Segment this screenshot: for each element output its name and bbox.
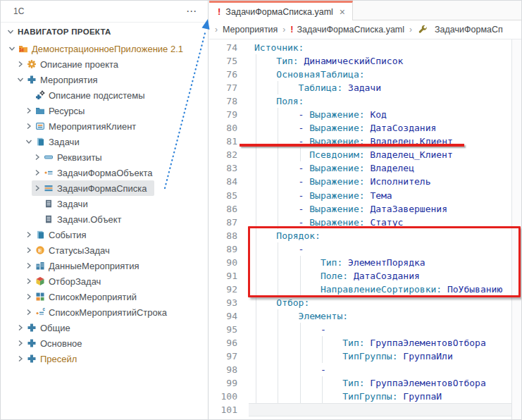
chevron-right-icon[interactable] [32, 152, 43, 162]
indent-guide [256, 135, 256, 148]
tree-item[interactable]: Общие [15, 320, 77, 335]
yaml-value: ДатаЗавершения [365, 204, 447, 214]
code-line[interactable]: 86 - Выражение: ДатаЗавершения [209, 202, 521, 216]
code-line[interactable]: 95 - [209, 323, 521, 336]
tree-item[interactable]: сСписокМероприятийСтрока [23, 304, 174, 320]
chevron-down-icon[interactable] [5, 27, 16, 37]
indent-guide [256, 189, 256, 202]
tree-item-label: Реквизиты [57, 152, 102, 163]
code-line[interactable]: 82 Псевдоним: Владелец_Клиент [209, 148, 521, 161]
code-line[interactable]: 101 [209, 403, 521, 416]
tree-item[interactable]: Мероприятия [15, 72, 105, 87]
project-tree: 1сДемонстрационноеПриложение 2.1Описание… [1, 41, 208, 366]
tree-item[interactable]: Описание проекта [15, 56, 125, 72]
line-number: 89 [209, 242, 249, 256]
breadcrumb-item[interactable]: !ЗадачиФормаСписка.yaml [290, 25, 404, 35]
code-line[interactable]: 78 Поля: [209, 94, 521, 108]
list-row-icon: с [35, 307, 46, 317]
tree-item[interactable]: Реквизиты [32, 149, 109, 165]
chevron-down-icon[interactable] [23, 137, 35, 147]
tree-item[interactable]: События [23, 227, 94, 242]
code-line[interactable]: 77 Таблица: Задачи [209, 81, 521, 94]
tree-item[interactable]: ЗадачиФормаСписка [32, 180, 154, 196]
tree-item[interactable]: Описание подсистемы [23, 87, 152, 103]
chevron-right-icon[interactable] [23, 230, 35, 240]
modified-icon: ! [290, 25, 293, 35]
chevron-right-icon[interactable] [15, 354, 26, 364]
code-line[interactable]: 83 - Выражение: Владелец [209, 161, 521, 175]
register-icon [35, 261, 46, 271]
code-line[interactable]: 98 - [209, 363, 521, 376]
overflow-menu-icon[interactable]: ⋯ [186, 8, 198, 15]
close-icon[interactable]: × [338, 6, 345, 18]
chevron-right-icon[interactable] [23, 245, 35, 255]
code-line[interactable]: 75 Тип: ДинамическийСписок [209, 54, 521, 68]
code-line[interactable]: 94 Элементы: [209, 309, 521, 323]
breadcrumb-item[interactable]: ЗадачиФормаСп [417, 25, 503, 35]
line-number: 83 [209, 161, 249, 175]
code-line[interactable]: 85 - Выражение: Тема [209, 189, 521, 202]
chevron-right-icon[interactable] [15, 323, 26, 333]
tree-item[interactable]: 1сДемонстрационноеПриложение 2.1 [6, 41, 190, 56]
annotation-underline [240, 144, 464, 147]
tree-item-label: Пресейл [40, 354, 77, 364]
catalog-icon [35, 137, 46, 147]
code-line[interactable]: 84 - Выражение: Исполнитель [209, 175, 521, 188]
yaml-value: ГруппаЭлементовОтбора [365, 378, 486, 388]
navigator-header[interactable]: НАВИГАТОР ПРОЕКТА [1, 23, 208, 41]
code-line[interactable]: 79 - Выражение: Код [209, 108, 521, 121]
line-number: 101 [209, 403, 249, 416]
tree-item[interactable]: Задачи [23, 134, 87, 149]
tree-item[interactable]: СписокМероприятий [23, 289, 144, 304]
chevron-down-icon[interactable] [15, 75, 26, 85]
tree-item[interactable]: ДанныеМероприятия [23, 258, 146, 273]
code-line[interactable]: 93 Отбор: [209, 296, 521, 309]
yaml-key: Выражение: [309, 123, 364, 133]
tree-item[interactable]: Пресейл [15, 351, 84, 366]
code-text: Тип: ГруппаЭлементовОтбора [249, 336, 521, 350]
tree-item[interactable]: ОтборЗадач [23, 273, 108, 289]
code-line[interactable]: 80 - Выражение: ДатаСоздания [209, 121, 521, 135]
code-line[interactable]: 100 ТипГруппы: ГруппаИ [209, 390, 521, 403]
tree-item-label: СписокМероприятийСтрока [49, 307, 167, 318]
chevron-down-icon[interactable] [6, 44, 18, 54]
tree-item[interactable]: Задачи.Объект [32, 211, 129, 227]
chevron-right-icon[interactable] [15, 338, 26, 348]
chevron-right-icon[interactable] [23, 121, 35, 131]
yaml-value: ДатаСоздания [365, 123, 437, 133]
yaml-dash: - [254, 163, 309, 173]
line-number: 77 [209, 81, 249, 94]
tree-item[interactable]: ЗадачиФормаОбъекта [32, 165, 160, 180]
code-line[interactable]: 76 ОсновнаяТаблица: [209, 68, 521, 81]
indent-guide [300, 323, 301, 336]
chevron-spacer [32, 199, 43, 209]
breadcrumb-item[interactable]: Мероприятия [223, 25, 278, 35]
chevron-right-icon[interactable] [23, 292, 35, 302]
indent-guide [300, 376, 301, 390]
form-list-icon [43, 183, 54, 193]
chevron-right-icon[interactable] [23, 276, 35, 286]
line-number: 74 [209, 41, 249, 54]
chevron-right-icon[interactable] [23, 307, 35, 317]
code-line[interactable]: 97 ТипГруппы: ГруппаИли [209, 350, 521, 363]
tree-item[interactable]: Ресурсы [23, 103, 92, 118]
chevron-right-icon[interactable] [23, 261, 35, 271]
tree-item[interactable]: Задачи [32, 196, 95, 211]
line-number: 94 [209, 309, 249, 323]
tree-item[interactable]: Основное [15, 335, 89, 351]
chevron-right-icon[interactable] [15, 59, 26, 69]
tab-yaml-file[interactable]: ! ЗадачиФормаСписка.yaml × [209, 1, 353, 20]
chevron-right-icon[interactable] [32, 168, 43, 178]
tree-item[interactable]: МероприятияКлиент [23, 118, 143, 134]
tree-item[interactable]: EСтатусыЗадач [23, 242, 117, 258]
yaml-value: ГруппаЭлементовОтбора [365, 338, 486, 348]
chevron-right-icon[interactable] [23, 106, 35, 116]
chevron-right-icon[interactable] [32, 183, 43, 193]
wrench-icon [417, 25, 428, 35]
sidebar-header: 1С ⋯ [1, 1, 208, 23]
code-line[interactable]: 74Источник: [209, 41, 521, 54]
code-line[interactable]: 81 - Выражение: Владелец.Клиент [209, 135, 521, 148]
folder-icon [35, 106, 46, 116]
code-line[interactable]: 96 Тип: ГруппаЭлементовОтбора [209, 336, 521, 350]
code-line[interactable]: 99 Тип: ГруппаЭлементовОтбора [209, 376, 521, 390]
